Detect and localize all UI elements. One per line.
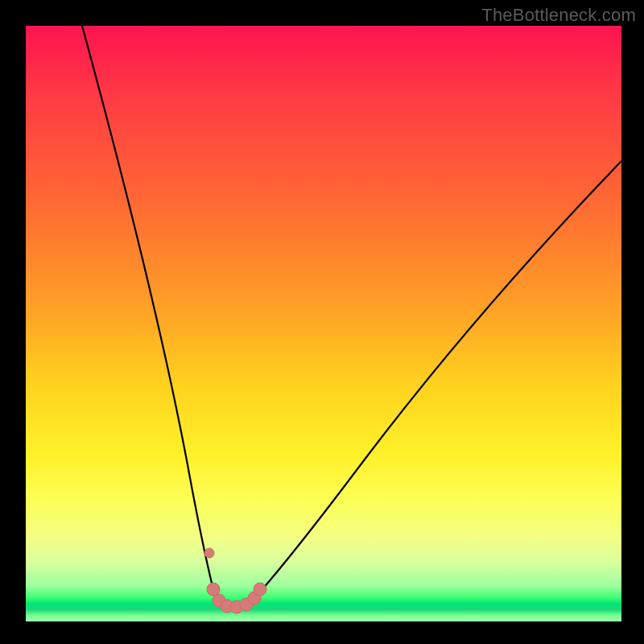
plot-area <box>26 26 621 621</box>
valley-marker-group <box>204 548 266 613</box>
curve-left-branch <box>82 26 217 602</box>
curve-right-branch <box>251 161 621 602</box>
curve-layer <box>26 26 621 621</box>
valley-marker <box>254 583 266 596</box>
chart-container: TheBottleneck.com <box>0 0 644 644</box>
valley-marker <box>204 548 214 558</box>
valley-marker <box>207 583 220 596</box>
watermark-text: TheBottleneck.com <box>481 5 636 26</box>
